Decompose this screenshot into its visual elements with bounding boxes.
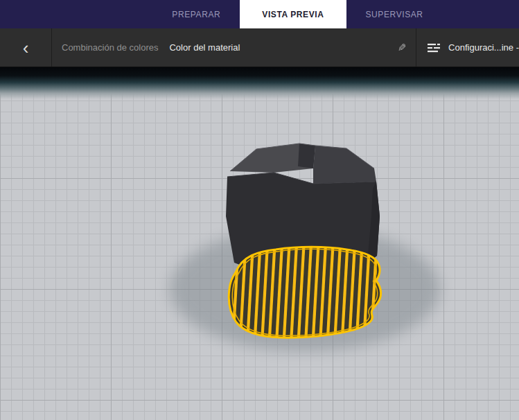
- print-settings-label: Configuraci...ine -: [448, 42, 519, 53]
- tab-preparar[interactable]: PREPARAR: [152, 0, 240, 28]
- preview-toolbar: ‹ Combinación de colores Color del mater…: [0, 28, 519, 67]
- tab-vista-previa[interactable]: VISTA PREVIA: [240, 0, 346, 28]
- print-settings-icon: [428, 43, 440, 53]
- main-header: PREPARAR VISTA PREVIA SUPERVISAR: [0, 0, 519, 28]
- print-settings-panel-button[interactable]: Configuraci...ine -: [416, 28, 519, 67]
- toolbar-divider: [51, 28, 52, 67]
- color-scheme-dropdown[interactable]: Color del material: [169, 42, 240, 53]
- 3d-viewport[interactable]: [0, 67, 519, 420]
- current-layer-preview[interactable]: [229, 245, 380, 343]
- edit-pencil-icon[interactable]: ✎: [398, 42, 407, 54]
- collapse-panel-button[interactable]: ‹: [0, 28, 51, 67]
- tab-supervisar[interactable]: SUPERVISAR: [346, 0, 443, 28]
- scene-canvas: [0, 67, 519, 420]
- color-scheme-label: Combinación de colores: [62, 42, 158, 53]
- stage-tab-group: PREPARAR VISTA PREVIA SUPERVISAR: [152, 0, 442, 28]
